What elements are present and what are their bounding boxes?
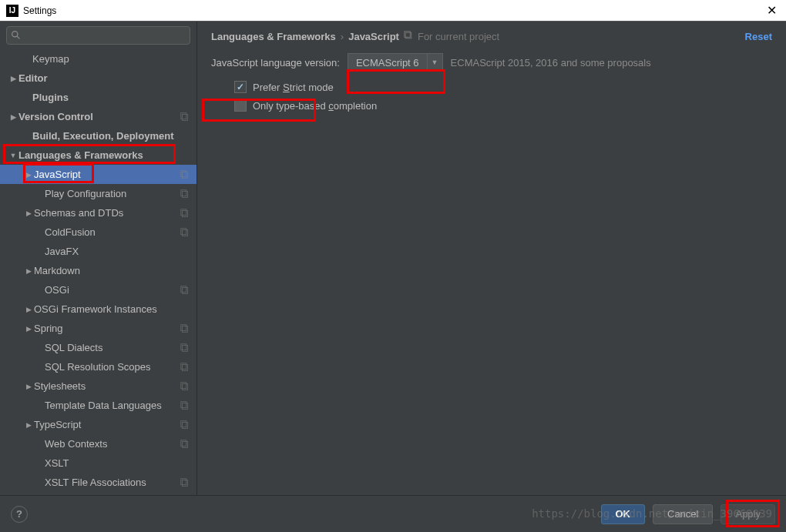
tree-item[interactable]: Play Configuration [0, 184, 196, 203]
lang-version-desc: ECMAScript 2015, 2016 and some proposals [451, 57, 651, 69]
settings-tree[interactable]: Keymap▶EditorPlugins▶Version ControlBuil… [0, 49, 196, 495]
tree-item[interactable]: Build, Execution, Deployment [0, 126, 196, 146]
lang-version-dropdown[interactable]: ECMAScript 6 ▼ [348, 53, 443, 72]
chevron-right-icon: › [341, 31, 344, 42]
tree-arrow-icon: ▶ [23, 306, 34, 313]
svg-rect-24 [183, 422, 188, 428]
close-icon[interactable]: ✕ [764, 3, 780, 18]
tree-item-label: SQL Dialects [45, 342, 180, 353]
svg-rect-25 [181, 420, 186, 427]
sidebar: Keymap▶EditorPlugins▶Version ControlBuil… [0, 22, 197, 495]
tree-item-label: TypeScript [34, 419, 180, 430]
tree-item[interactable]: Plugins [0, 88, 196, 107]
tree-arrow-icon: ▼ [8, 152, 18, 159]
tree-item[interactable]: ▶JavaScript [0, 165, 196, 184]
tree-item-label: ColdFusion [45, 226, 180, 238]
content-panel: Languages & Frameworks › JavaScript For … [197, 22, 786, 495]
svg-rect-9 [181, 209, 186, 215]
copy-icon [180, 323, 190, 334]
copy-icon [180, 189, 190, 199]
tree-item[interactable]: ▶Version Control [0, 107, 196, 126]
tree-arrow-icon: ▶ [8, 75, 18, 82]
project-icon [404, 31, 413, 42]
tree-item-label: Play Configuration [45, 188, 180, 199]
svg-rect-13 [181, 286, 186, 292]
tree-item[interactable]: ▼Languages & Frameworks [0, 146, 196, 165]
svg-rect-22 [183, 403, 188, 409]
tree-item-label: Schemas and DTDs [34, 207, 180, 219]
svg-rect-3 [181, 112, 186, 119]
tree-item[interactable]: XSLT [0, 453, 196, 473]
tree-item[interactable]: ▶Markdown [0, 261, 196, 280]
svg-rect-7 [181, 189, 186, 196]
svg-rect-19 [181, 363, 186, 369]
copy-icon [180, 285, 190, 296]
apply-button[interactable]: Apply [720, 504, 775, 524]
copy-icon [180, 227, 190, 238]
tree-item[interactable]: ▶TypeScript [0, 415, 196, 434]
tree-arrow-icon: ▶ [23, 267, 34, 275]
tree-item[interactable]: ColdFusion [0, 223, 196, 242]
tree-item-label: Stylesheets [34, 380, 180, 392]
prefer-strict-label: Prefer Strict mode [253, 82, 334, 93]
svg-rect-16 [183, 345, 188, 351]
tree-item[interactable]: ▶Editor [0, 69, 196, 88]
copy-icon [180, 420, 190, 430]
tree-item-label: Build, Execution, Deployment [32, 130, 190, 142]
tree-item[interactable]: Keymap [0, 49, 196, 69]
type-completion-row[interactable]: Only type-based completion [211, 99, 772, 112]
prefer-strict-row[interactable]: Prefer Strict mode [211, 81, 772, 93]
tree-item-label: Editor [18, 72, 190, 84]
copy-icon [180, 169, 190, 180]
tree-item[interactable]: XSLT File Associations [0, 473, 196, 492]
tree-item[interactable]: ▶OSGi Framework Instances [0, 299, 196, 319]
lang-version-label: JavaScript language version: [211, 57, 340, 69]
copy-icon [180, 343, 190, 353]
tree-item[interactable]: ▶Spring [0, 319, 196, 338]
svg-rect-4 [183, 172, 188, 178]
tree-item-label: XSLT File Associations [45, 477, 180, 488]
tree-item-label: Markdown [34, 265, 190, 276]
reset-link[interactable]: Reset [745, 31, 772, 42]
tree-item[interactable]: ▶Stylesheets [0, 376, 196, 396]
tree-item-label: Languages & Frameworks [18, 149, 190, 161]
tree-item[interactable]: SQL Dialects [0, 338, 196, 357]
tree-item[interactable]: JavaFX [0, 242, 196, 261]
tree-item-label: SQL Resolution Scopes [45, 361, 180, 373]
tree-item[interactable]: Template Data Languages [0, 396, 196, 415]
crumb-2: JavaScript [348, 31, 399, 42]
tree-arrow-icon: ▶ [23, 171, 34, 179]
lang-version-row: JavaScript language version: ECMAScript … [211, 53, 772, 72]
tree-item[interactable]: Web Contexts [0, 434, 196, 453]
lang-version-value: ECMAScript 6 [348, 57, 427, 69]
tree-arrow-icon: ▶ [23, 421, 34, 429]
svg-rect-17 [181, 343, 186, 350]
tree-item[interactable]: OSGi [0, 280, 196, 299]
crumb-1[interactable]: Languages & Frameworks [211, 31, 336, 42]
copy-icon [180, 112, 190, 122]
tree-item-label: OSGi [45, 284, 180, 296]
tree-item-label: Plugins [32, 92, 190, 103]
svg-rect-14 [183, 326, 188, 332]
copy-icon [180, 381, 190, 392]
help-button[interactable]: ? [11, 506, 28, 523]
prefer-strict-checkbox[interactable] [234, 81, 247, 93]
copy-icon [180, 400, 190, 411]
tree-item[interactable]: ▶Schemas and DTDs [0, 203, 196, 223]
svg-rect-5 [181, 170, 186, 176]
project-scope-label: For current project [418, 31, 499, 42]
svg-rect-10 [183, 229, 188, 236]
app-icon: IJ [6, 5, 18, 17]
type-completion-checkbox[interactable] [234, 99, 247, 112]
titlebar-left: IJ Settings [6, 5, 56, 17]
svg-rect-6 [183, 191, 188, 197]
ok-button[interactable]: OK [601, 504, 646, 524]
svg-rect-20 [183, 383, 188, 390]
svg-rect-8 [183, 210, 188, 216]
copy-icon [180, 362, 190, 373]
cancel-button[interactable]: Cancel [653, 504, 713, 524]
svg-rect-12 [183, 287, 188, 293]
copy-icon [180, 439, 190, 450]
search-input[interactable] [6, 26, 190, 45]
tree-item[interactable]: SQL Resolution Scopes [0, 357, 196, 376]
